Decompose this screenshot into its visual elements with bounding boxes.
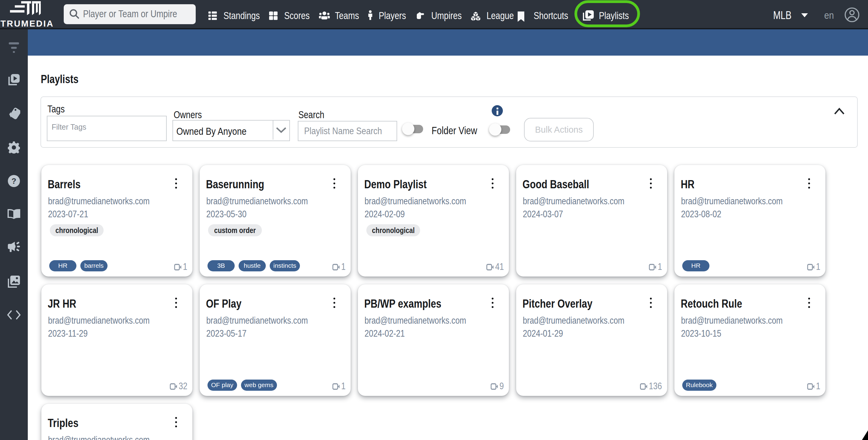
svg-text:?: ? (11, 176, 16, 185)
